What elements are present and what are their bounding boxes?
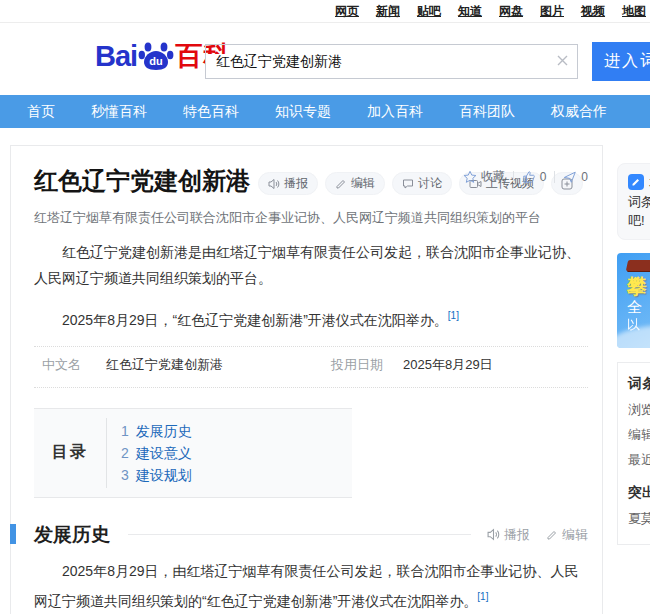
stats-edits: 编辑次数 (628, 426, 650, 443)
top-nav-images[interactable]: 图片 (540, 3, 564, 20)
section-title: 发展历史 (34, 522, 110, 548)
site-nav-zhishi[interactable]: 知识专题 (275, 103, 331, 121)
stats-views: 浏览次数 (628, 401, 650, 418)
edit-square-icon (628, 174, 644, 190)
site-nav: 首页 秒懂百科 特色百科 知识专题 加入百科 百科团队 权威合作 (0, 95, 650, 128)
like-button[interactable]: 0 (522, 170, 547, 184)
star-icon (463, 170, 477, 184)
section-edit-button[interactable]: 编辑 (546, 526, 588, 544)
divider (513, 171, 514, 183)
banner-logo-fragment (626, 260, 650, 271)
site-nav-partner[interactable]: 权威合作 (551, 103, 607, 121)
site-nav-join[interactable]: 加入百科 (367, 103, 423, 121)
baike-page: 网页 新闻 贴吧 知道 网盘 图片 视频 地图 文库 Bai du 百科 (0, 0, 650, 614)
entry-title: 红色辽宁党建创新港 (34, 166, 250, 196)
search-box (205, 44, 578, 79)
toc-item-planning[interactable]: 3建设规划 (121, 464, 352, 486)
header: Bai du 百科 进入词条 (0, 24, 650, 94)
search-input[interactable] (206, 54, 547, 70)
clear-search-icon[interactable] (547, 53, 577, 70)
toc-title: 目录 (34, 442, 106, 463)
top-nav-netdisk[interactable]: 网盘 (499, 3, 523, 20)
section-divider-line (128, 534, 471, 535)
section-broadcast-button[interactable]: 播报 (487, 526, 530, 544)
top-nav: 网页 新闻 贴吧 知道 网盘 图片 视频 地图 文库 (0, 0, 650, 23)
pencil-icon (546, 529, 558, 541)
site-nav-team[interactable]: 百科团队 (459, 103, 515, 121)
chat-icon (402, 178, 414, 190)
entry-header: 红色辽宁党建创新港 播报 编辑 讨论 上传视频 (34, 166, 588, 196)
toc-item-history[interactable]: 1发展历史 (121, 420, 352, 442)
right-sidebar: 本 词条 吧! 攀 全 以 词条统计 浏览次数 编辑次数 最近更新 突出贡献榜 … (617, 163, 650, 545)
contributor-name[interactable]: 夏莫 (628, 510, 650, 528)
top-nav-maps[interactable]: 地图 (622, 3, 646, 20)
top-nav-tieba[interactable]: 贴吧 (417, 3, 441, 20)
speaker-icon (268, 178, 280, 190)
collect-button[interactable]: 收藏 (463, 168, 505, 185)
infobox: 中文名 红色辽宁党建创新港 投用日期 2025年8月29日 (34, 346, 588, 388)
edit-prompt-box[interactable]: 本 词条 吧! (617, 163, 650, 240)
section-accent-bar (10, 524, 16, 544)
section-paragraph: 2025年8月29日，由红塔辽宁烟草有限责任公司发起，联合沈阳市企事业记协、人民… (34, 558, 588, 614)
entry-subtitle: 红塔辽宁烟草有限责任公司联合沈阳市企事业记协、人民网辽宁频道共同组织策划的平台 (34, 209, 588, 227)
banner-text-line: 全 (627, 297, 650, 316)
site-nav-miaodong[interactable]: 秒懂百科 (91, 103, 147, 121)
infobox-value: 红色辽宁党建创新港 (106, 356, 331, 374)
divider (554, 171, 555, 183)
entry-stats-box: 词条统计 浏览次数 编辑次数 最近更新 突出贡献榜 夏莫 (617, 362, 650, 545)
contributors-title: 突出贡献榜 (628, 484, 650, 502)
svg-text:du: du (149, 55, 162, 67)
broadcast-button[interactable]: 播报 (258, 172, 318, 195)
site-nav-home[interactable]: 首页 (27, 103, 55, 121)
speaker-icon (487, 528, 500, 541)
logo-bai-text: Bai (95, 40, 137, 73)
share-icon (563, 170, 577, 184)
top-nav-video[interactable]: 视频 (581, 3, 605, 20)
edit-button[interactable]: 编辑 (325, 172, 385, 195)
toc-item-significance[interactable]: 2建设意义 (121, 442, 352, 464)
reference-link[interactable]: [1] (448, 310, 459, 321)
infobox-label: 投用日期 (331, 356, 403, 374)
toc-list: 1发展历史 2建设意义 3建设规划 (106, 418, 352, 488)
promo-banner[interactable]: 攀 全 以 (617, 253, 650, 348)
discuss-button[interactable]: 讨论 (392, 172, 452, 195)
thumb-up-icon (522, 170, 536, 184)
section-history: 发展历史 播报 编辑 2025年8月29日，由红塔辽宁烟草有限责任公司发起，联合… (34, 522, 588, 614)
banner-headline: 攀 (627, 275, 650, 297)
reference-link[interactable]: [1] (477, 591, 488, 602)
site-nav-tese[interactable]: 特色百科 (183, 103, 239, 121)
enter-entry-button[interactable]: 进入词条 (592, 42, 650, 81)
top-nav-zhidao[interactable]: 知道 (458, 3, 482, 20)
entry-card: 红色辽宁党建创新港 播报 编辑 讨论 上传视频 (10, 145, 603, 614)
top-nav-news[interactable]: 新闻 (376, 3, 400, 20)
engagement-bar: 收藏 0 0 (463, 168, 588, 185)
stats-updated: 最近更新 (628, 451, 650, 468)
top-nav-web[interactable]: 网页 (335, 3, 359, 20)
summary-paragraph: 2025年8月29日，“红色辽宁党建创新港”开港仪式在沈阳举办。[1] (34, 303, 588, 333)
baidu-paw-icon: du (138, 38, 174, 74)
infobox-value: 2025年8月29日 (403, 356, 493, 374)
infobox-label: 中文名 (42, 356, 106, 374)
table-of-contents: 目录 1发展历史 2建设意义 3建设规划 (34, 408, 352, 498)
banner-text-line: 以 (627, 316, 650, 333)
summary-paragraph: 红色辽宁党建创新港是由红塔辽宁烟草有限责任公司发起，联合沈阳市企事业记协、人民网… (34, 239, 588, 291)
pencil-icon (335, 178, 347, 190)
stats-title: 词条统计 (628, 375, 650, 393)
share-button[interactable]: 0 (563, 170, 588, 184)
section-heading-row: 发展历史 播报 编辑 (34, 522, 588, 548)
